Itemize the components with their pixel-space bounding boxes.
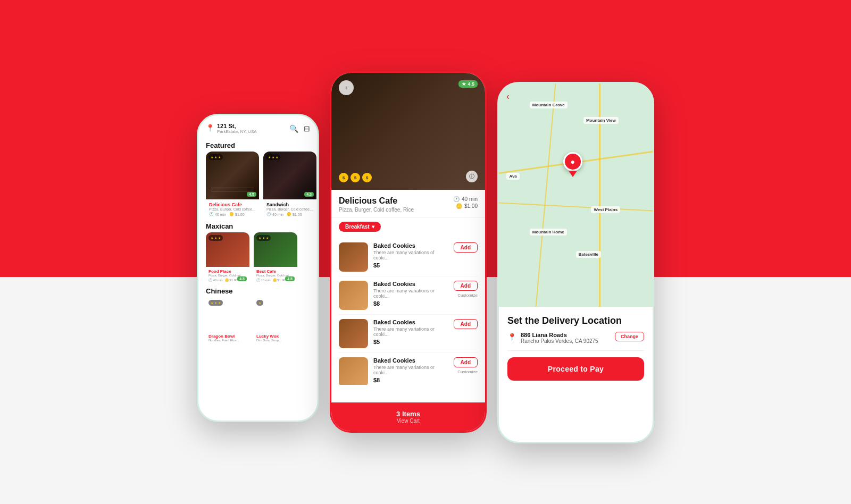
add-button-1[interactable]: Add (454, 281, 478, 291)
time-price-col: 🕐 40 min 🪙 $1.00 (453, 196, 478, 209)
menu-item-img-1 (339, 281, 368, 310)
delivery-bottom: Set the Delivery Location 📍 886 Liana Ro… (499, 307, 653, 387)
pin-circle: ● (563, 152, 582, 171)
coin-1: $ (339, 173, 348, 182)
maxican-scroll: ★ ★ ★ 4.5 Food Place Pizza, Burger, Cold… (198, 232, 318, 284)
menu-item-price-2: $5 (373, 339, 448, 345)
featured-card-0[interactable]: ★ ★ ★ 4.5 Delicious Cafe Pizza, Burger, … (206, 152, 259, 219)
menu-item-price-1: $8 (373, 300, 448, 307)
menu-item-name-2: Baked Cookies (373, 319, 448, 325)
mx-rating-0: 4.5 (237, 276, 247, 281)
price-icon-1: 🪙 (287, 212, 291, 216)
featured-card-1[interactable]: ★ ★ ★ 4.3 Sandwich Pizza, Burger, Cold c… (263, 152, 316, 219)
card-name-1: Sandwich (266, 202, 313, 207)
star-icon: ★ (462, 81, 466, 87)
map-label-5: Batesville (576, 251, 601, 258)
filter-icon[interactable]: ⊟ (304, 124, 310, 133)
header-icons: 🔍 ⊟ (289, 124, 310, 133)
restaurant-name: Delicious Cafe (339, 196, 414, 206)
road-horizontal-2 (499, 201, 653, 212)
info-button[interactable]: ⓘ (466, 171, 478, 182)
customize-text-3: Customize (457, 369, 478, 374)
address-line2: Rancho Palos Verdes, CA 90275 (521, 338, 598, 344)
featured-title: Featured (198, 138, 318, 152)
category-label: Breakfast (345, 224, 370, 230)
address-row: 📍 886 Liana Roads Rancho Palos Verdes, C… (507, 332, 644, 344)
menu-item-img-3 (339, 357, 368, 385)
menu-item-name-1: Baked Cookies (373, 281, 448, 287)
menu-item-name-3: Baked Cookies (373, 357, 448, 364)
add-button-3[interactable]: Add (454, 357, 478, 367)
menu-item-img-2 (339, 319, 368, 348)
category-button[interactable]: Breakfast ▾ (339, 222, 381, 232)
menu-item-price-3: $8 (373, 377, 448, 383)
change-address-button[interactable]: Change (615, 332, 644, 341)
restaurant-cuisine: Pizza, Burger, Cold coffee, Rice (339, 207, 414, 213)
category-row: Breakfast ▾ (331, 217, 485, 236)
chinese-card-0[interactable]: ★ ★ ★ Dragon Bowl Noodles, Fried Rice... (206, 297, 249, 344)
city-text: ParkEstate, NY, USA (217, 129, 257, 134)
maxican-title: Maxican (198, 219, 318, 232)
stars-badge-1: ★ ★ ★ (266, 154, 280, 160)
mx-stars-0: ★ ★ ★ (208, 235, 223, 241)
stars-badge-0: ★ ★ ★ (208, 154, 223, 160)
map-label-0: Mountain Grove (530, 102, 568, 108)
mx-price-0: 🪙 $1.00 (225, 278, 238, 282)
chinese-card-1[interactable]: ★ Lucky Wok Dim Sum, Soup... (254, 297, 297, 344)
maxican-card-1[interactable]: ★ ★ ★ 4.5 Best Cafe Pizza, Burger, Cold … (254, 232, 297, 284)
card-name-0: Delicious Cafe (209, 202, 256, 207)
address-line1: 886 Liana Roads (521, 332, 598, 338)
search-icon[interactable]: 🔍 (289, 124, 298, 133)
menu-item-0: Baked Cookies There are many variations … (339, 238, 478, 276)
menu-item-2: Baked Cookies There are many variations … (339, 315, 478, 353)
menu-item-price-0: $5 (373, 262, 448, 268)
coin-badges: $ $ $ (339, 173, 372, 182)
cn-stars-0: ★ ★ ★ (208, 300, 223, 306)
restaurant-hero: ‹ ★ 4.5 ⓘ $ $ $ (331, 73, 485, 190)
map-label-1: Mountain View (583, 117, 619, 124)
delivery-price: 🪙 $1.00 (456, 203, 478, 209)
pin-location-icon: ● (570, 157, 574, 166)
menu-item-3: Baked Cookies There are many variations … (339, 353, 478, 385)
name-row: Delicious Cafe Pizza, Burger, Cold coffe… (339, 196, 478, 213)
map-label-3: West Plains (591, 206, 620, 213)
featured-scroll: ★ ★ ★ 4.5 Delicious Cafe Pizza, Burger, … (198, 152, 318, 219)
back-button[interactable]: ‹ (339, 80, 354, 95)
add-button-0[interactable]: Add (454, 242, 478, 253)
p1-header: 📍 121 St, ParkEstate, NY, USA 🔍 ⊟ (198, 115, 318, 138)
map-label-2: Ava (506, 173, 519, 180)
coin-3: $ (362, 173, 372, 182)
pin-tail (569, 171, 577, 177)
delivery-time: 🕐 40 min (453, 196, 478, 202)
price-icon-0: 🪙 (229, 212, 234, 216)
rating-badge-1: 4.3 (304, 192, 314, 197)
menu-item-1: Baked Cookies There are many variations … (339, 276, 478, 315)
mx-price-1: 🪙 $1.00 (273, 278, 286, 282)
menu-item-desc-2: There are many variations or cooki... (373, 326, 448, 337)
address-left: 📍 886 Liana Roads Rancho Palos Verdes, C… (507, 332, 598, 344)
maxican-card-0[interactable]: ★ ★ ★ 4.5 Food Place Pizza, Burger, Cold… (206, 232, 249, 284)
divider (507, 350, 644, 351)
menu-item-desc-0: There are many variations of cooki... (373, 250, 448, 261)
delivery-pin: ● (563, 152, 582, 177)
menu-item-desc-1: There are many variations or cooki... (373, 288, 448, 299)
card-desc-0: Pizza, Burger, Cold coffee, Rice (209, 207, 256, 211)
location-icon: 📍 (206, 124, 214, 132)
delivery-title: Set the Delivery Location (507, 315, 644, 326)
phone-browse: 📍 121 St, ParkEstate, NY, USA 🔍 ⊟ Featur… (197, 114, 319, 422)
cart-button[interactable]: 3 Items View Cart (331, 402, 485, 431)
add-button-2[interactable]: Add (454, 319, 478, 329)
time-icon-1: 🕐 (266, 212, 271, 216)
price-coin-icon: 🪙 (456, 203, 462, 209)
cn-stars-1: ★ (256, 300, 263, 306)
restaurant-rating: ★ 4.5 (458, 80, 478, 88)
card-meta-0: 🕐 40 min 🪙 $1.00 (209, 212, 256, 216)
phone-delivery: Mountain Grove Mountain View Ava West Pl… (497, 82, 654, 443)
map-background: Mountain Grove Mountain View Ava West Pl… (499, 83, 653, 307)
mx-rating-1: 4.5 (285, 276, 295, 281)
mx-stars-1: ★ ★ ★ (256, 235, 271, 241)
proceed-to-pay-button[interactable]: Proceed to Pay (507, 357, 644, 381)
phone-restaurant: ‹ ★ 4.5 ⓘ $ $ $ Delicious Cafe Pizza, Bu… (330, 71, 487, 433)
back-button-delivery[interactable]: ‹ (506, 91, 510, 102)
customize-text-1: Customize (457, 293, 478, 298)
